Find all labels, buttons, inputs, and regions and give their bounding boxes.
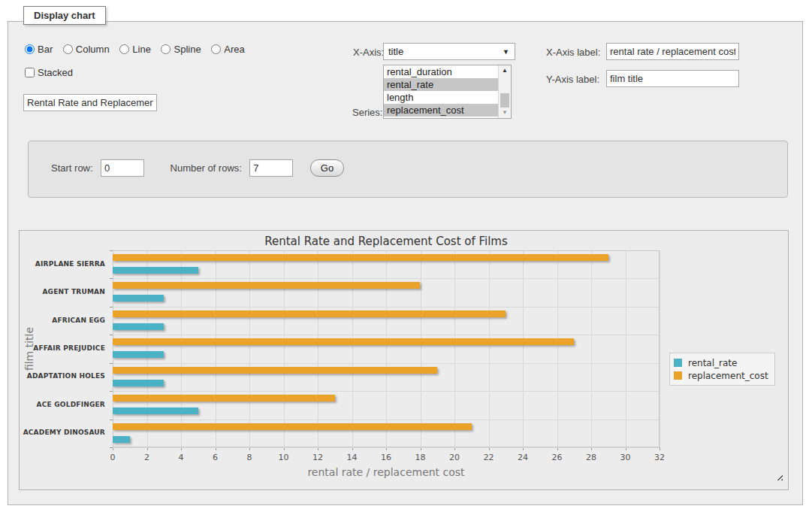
display-chart-fieldset: Display chart Bar Column Line Spline Are…	[8, 21, 803, 505]
gridline-v	[660, 250, 660, 447]
start-row-input[interactable]	[101, 159, 144, 177]
listbox-scrollbar[interactable]: ▲ ▼	[498, 65, 511, 118]
gridline-h	[113, 447, 660, 448]
stacked-label: Stacked	[38, 67, 73, 78]
series-option[interactable]: length	[384, 91, 498, 104]
x-tick-label: 0	[98, 453, 128, 462]
x-tick-label: 12	[303, 453, 333, 462]
x-tick-label: 32	[644, 453, 675, 462]
radio-option-line: Line	[119, 44, 151, 55]
plot-border	[113, 250, 660, 447]
fieldset-legend: Display chart	[23, 6, 106, 25]
chart-panel: Rental Rate and Replacement Cost of Film…	[19, 230, 789, 490]
legend-item: replacement_cost	[674, 369, 768, 382]
series-option[interactable]: replacement_cost	[384, 104, 498, 117]
chart-type-radio-spline[interactable]	[161, 44, 171, 54]
chart-type-label-area: Area	[224, 44, 244, 55]
x-tick-label: 30	[611, 453, 641, 462]
chart-title-input[interactable]	[23, 94, 157, 111]
x-tick-label: 14	[337, 453, 367, 462]
y-axis-label-input[interactable]	[606, 70, 739, 87]
legend-label: rental_rate	[688, 358, 737, 368]
x-tick-label: 16	[371, 453, 401, 462]
series-listbox[interactable]: rental_durationrental_ratelengthreplacem…	[383, 65, 512, 119]
radio-option-bar: Bar	[25, 44, 53, 55]
chart-type-radio-area[interactable]	[211, 44, 221, 54]
bar-rental_rate[interactable]	[113, 436, 130, 443]
bar-rental_rate[interactable]	[113, 407, 198, 414]
bar-replacement_cost[interactable]	[113, 282, 420, 289]
chart-legend: rental_ratereplacement_cost	[669, 353, 775, 386]
x-axis-selected-value: title	[388, 46, 403, 57]
chart-type-radio-group: Bar Column Line Spline Area	[25, 44, 252, 55]
radio-option-column: Column	[63, 44, 110, 55]
row-range-controls: Start row: Number of rows: Go	[29, 159, 787, 177]
x-axis-label-input[interactable]	[606, 43, 739, 60]
bar-rental_rate[interactable]	[113, 267, 198, 274]
chart-type-label-bar: Bar	[38, 44, 53, 55]
chart-type-radio-bar[interactable]	[25, 44, 35, 54]
start-row-label: Start row:	[51, 162, 93, 174]
scrollbar-thumb[interactable]	[500, 93, 509, 108]
bar-replacement_cost[interactable]	[113, 254, 608, 261]
series-options: rental_durationrental_ratelengthreplacem…	[384, 65, 498, 118]
page: Display chart Bar Column Line Spline Are…	[0, 0, 812, 512]
series-option[interactable]: rental_duration	[384, 65, 498, 78]
stacked-checkbox[interactable]	[25, 68, 35, 77]
y-axis-title: film title	[23, 304, 37, 394]
x-axis-tick	[660, 447, 660, 450]
y-category-label: ACADEMY DINOSAUR	[20, 429, 105, 436]
x-tick-label: 26	[542, 453, 572, 462]
x-tick-label: 18	[406, 453, 436, 462]
chart-type-radio-line[interactable]	[119, 44, 129, 54]
bar-rental_rate[interactable]	[113, 351, 164, 358]
x-axis-select[interactable]: title ▼	[383, 43, 515, 60]
bar-replacement_cost[interactable]	[113, 338, 574, 345]
x-tick-label: 24	[508, 453, 538, 462]
x-tick-label: 2	[132, 453, 162, 462]
x-tick-label: 22	[474, 453, 504, 462]
x-tick-label: 28	[576, 453, 606, 462]
number-of-rows-input[interactable]	[249, 159, 293, 177]
x-tick-label: 10	[269, 453, 299, 462]
y-category-label: AIRPLANE SIERRA	[20, 260, 105, 268]
chart-type-radio-column[interactable]	[63, 44, 73, 54]
radio-option-spline: Spline	[161, 44, 201, 55]
series-option[interactable]: rental_rate	[384, 78, 498, 91]
y-axis-label-caption: Y-Axis label:	[546, 74, 599, 85]
chart-type-label-line: Line	[132, 44, 151, 55]
bar-replacement_cost[interactable]	[113, 423, 472, 430]
x-axis-label-caption: X-Axis label:	[546, 47, 600, 58]
legend-swatch	[674, 371, 682, 380]
bar-replacement_cost[interactable]	[113, 367, 437, 374]
y-axis-tick	[110, 447, 113, 448]
scroll-up-icon[interactable]: ▲	[499, 65, 511, 76]
resize-grip-icon[interactable]	[774, 472, 783, 480]
x-axis-select-label: X-Axis:	[353, 47, 384, 58]
bar-rental_rate[interactable]	[113, 323, 164, 330]
x-tick-label: 8	[234, 453, 264, 462]
go-button[interactable]: Go	[310, 159, 344, 177]
x-tick-label: 6	[201, 453, 231, 462]
bar-replacement_cost[interactable]	[113, 311, 506, 317]
stacked-option: Stacked	[25, 67, 73, 78]
chevron-down-icon: ▼	[503, 44, 509, 60]
legend-swatch	[674, 359, 682, 367]
bar-rental_rate[interactable]	[113, 295, 164, 301]
bar-replacement_cost[interactable]	[113, 395, 335, 401]
radio-option-area: Area	[211, 44, 244, 55]
y-category-label: AGENT TRUMAN	[20, 288, 105, 295]
chart-type-label-column: Column	[76, 44, 110, 55]
chart-type-label-spline: Spline	[174, 44, 201, 55]
row-range-panel: Start row: Number of rows: Go	[28, 141, 788, 198]
x-tick-label: 20	[439, 453, 469, 462]
series-listbox-label: Series:	[352, 107, 382, 118]
y-category-label: ACE GOLDFINGER	[20, 401, 105, 408]
scroll-down-icon[interactable]: ▼	[499, 108, 511, 118]
x-tick-label: 4	[166, 453, 196, 462]
legend-label: replacement_cost	[688, 371, 768, 381]
x-axis-title: rental rate / replacement cost	[113, 466, 660, 478]
bar-rental_rate[interactable]	[113, 380, 164, 386]
legend-item: rental_rate	[674, 356, 768, 369]
chart-title: Rental Rate and Replacement Cost of Film…	[113, 235, 660, 248]
